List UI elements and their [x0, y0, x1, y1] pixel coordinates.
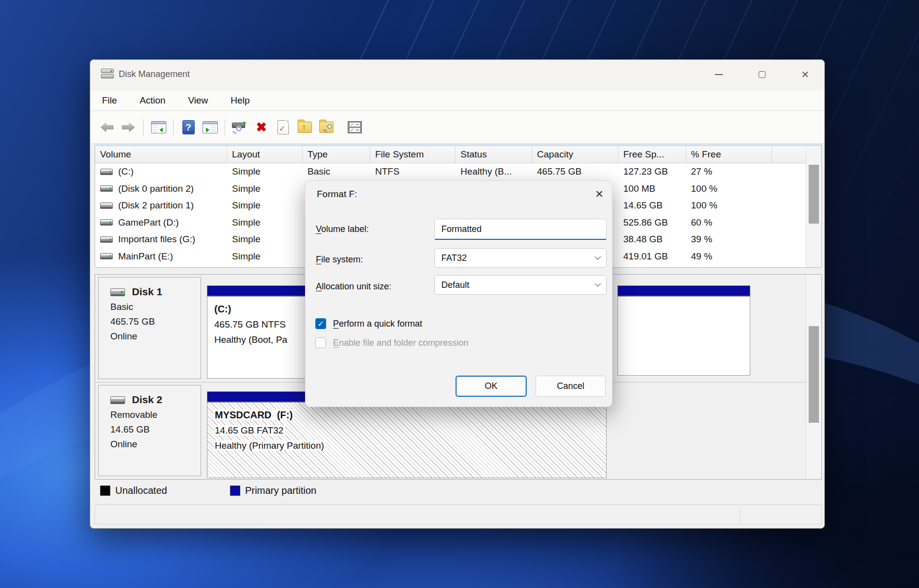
forward-icon[interactable]	[120, 118, 137, 137]
format-dialog: Format F: ✕ Volume label: Formatted File…	[305, 180, 613, 407]
disk-icon	[100, 169, 113, 175]
column-header[interactable]: Volume	[95, 146, 227, 163]
volume-name: MainPart (E:)	[118, 251, 173, 262]
table-cell: Simple	[227, 234, 303, 245]
scrollbar-thumb[interactable]	[809, 165, 819, 224]
disk-name: Disk 1	[132, 286, 162, 297]
table-cell: Simple	[227, 166, 303, 177]
minimize-button[interactable]	[709, 66, 729, 83]
table-cell: NTFS	[370, 166, 456, 177]
chevron-down-icon	[595, 281, 601, 287]
partition-mysdcard[interactable]: MYSDCARD (F:) 14.65 GB FAT32 Healthy (Pr…	[207, 402, 607, 478]
menu-bar: File Action View Help	[90, 90, 824, 111]
compression-checkbox[interactable]	[315, 337, 326, 348]
ok-button[interactable]: OK	[456, 376, 527, 397]
menu-file[interactable]: File	[99, 94, 120, 107]
desktop-wallpaper: Disk Management ✕ File Action View Help …	[0, 0, 919, 588]
scrollbar-thumb[interactable]	[809, 326, 819, 423]
quick-format-checkbox[interactable]: ✓	[315, 318, 326, 329]
partition-extra[interactable]	[617, 296, 750, 376]
unallocated-swatch	[100, 486, 110, 496]
disk-status: Online	[110, 437, 201, 452]
table-cell: 14.65 GB	[618, 200, 686, 211]
column-header[interactable]: Layout	[227, 146, 303, 163]
disk-pane-scrollbar[interactable]	[806, 275, 821, 479]
allocation-unit-select[interactable]: Default	[434, 275, 607, 295]
volume-label-label: Volume label:	[316, 224, 369, 234]
disk1-label-panel[interactable]: Disk 1 Basic 465.75 GB Online	[98, 277, 201, 379]
file-system-label: File system:	[316, 255, 363, 265]
title-bar: Disk Management ✕	[90, 60, 824, 90]
volume-list-scrollbar[interactable]	[806, 148, 821, 267]
table-cell: 100 %	[686, 183, 772, 194]
compression-label: Enable file and folder compression	[333, 338, 468, 348]
disk-size: 14.65 GB	[110, 422, 201, 437]
disk-icon	[110, 288, 125, 296]
column-header[interactable]: Type	[303, 146, 370, 163]
toolbar-separator	[173, 119, 174, 136]
table-cell: 60 %	[686, 217, 772, 228]
legend-label: Primary partition	[245, 485, 317, 496]
folder-up-icon[interactable]: ↑	[296, 118, 313, 137]
volume-label-input[interactable]: Formatted	[434, 219, 607, 240]
back-icon[interactable]	[98, 118, 116, 137]
volume-header: VolumeLayoutTypeFile SystemStatusCapacit…	[95, 146, 821, 163]
disk-icon	[100, 253, 113, 259]
table-cell: Simple	[227, 217, 303, 228]
legend: Unallocated Primary partition	[95, 480, 822, 502]
menu-help[interactable]: Help	[228, 94, 253, 107]
volume-name: (Disk 2 partition 1)	[118, 200, 194, 211]
partition-header-bar	[617, 285, 750, 296]
help-icon[interactable]: ?	[179, 118, 197, 137]
column-header[interactable]: Free Sp...	[618, 146, 686, 163]
table-cell: 27 %	[686, 166, 772, 177]
close-button[interactable]: ✕	[795, 66, 816, 83]
disk-name: Disk 2	[132, 394, 162, 405]
chevron-down-icon	[595, 254, 601, 260]
volume-name: (Disk 0 partition 2)	[118, 183, 194, 194]
table-cell: Simple	[227, 200, 303, 211]
table-cell: 38.48 GB	[618, 234, 686, 245]
table-cell: 465.75 GB	[532, 166, 618, 177]
maximize-button[interactable]	[752, 66, 772, 83]
table-cell: Basic	[303, 166, 370, 177]
disk-icon	[100, 236, 113, 243]
window-title: Disk Management	[119, 69, 190, 79]
column-header[interactable]: File System	[370, 146, 456, 163]
column-header[interactable]: Status	[456, 146, 532, 163]
toolbar-separator	[143, 119, 144, 136]
properties-check-icon[interactable]: ✓	[274, 118, 292, 137]
partition-status: Healthy (Primary Partition)	[214, 440, 326, 451]
volume-name: Important files (G:)	[118, 234, 195, 245]
cancel-button[interactable]: Cancel	[536, 376, 606, 397]
column-header[interactable]: % Free	[686, 146, 772, 163]
column-header[interactable]: Capacity	[532, 146, 618, 163]
delete-icon[interactable]: ✖	[253, 118, 270, 137]
file-system-select[interactable]: FAT32	[434, 248, 607, 268]
status-bar	[95, 504, 822, 524]
table-cell: 100 MB	[618, 183, 686, 194]
disk-size: 465.75 GB	[110, 314, 201, 329]
rescan-disks-icon[interactable]	[231, 118, 249, 137]
disk-status: Online	[110, 329, 201, 344]
table-cell: Healthy (B...	[456, 166, 532, 177]
partition-size: 14.65 GB FAT32	[214, 425, 285, 435]
primary-partition-swatch	[230, 486, 240, 496]
table-cell: Simple	[227, 251, 303, 262]
table-row[interactable]: (C:)SimpleBasicNTFSHealthy (B...465.75 G…	[95, 163, 821, 180]
show-console-tree-icon[interactable]	[150, 118, 167, 137]
dialog-title: Format F:	[317, 189, 357, 200]
disk-icon	[110, 396, 125, 404]
table-cell: 49 %	[686, 251, 772, 262]
legend-label: Unallocated	[115, 485, 167, 496]
dialog-close-icon[interactable]: ✕	[591, 186, 608, 203]
checklist-icon[interactable]: ✓ ✓	[346, 118, 363, 137]
table-cell: 127.23 GB	[618, 166, 686, 177]
disk2-label-panel[interactable]: Disk 2 Removable 14.65 GB Online	[98, 385, 201, 476]
menu-action[interactable]: Action	[137, 94, 169, 107]
show-action-pane-icon[interactable]	[201, 118, 219, 137]
quick-format-label[interactable]: Perform a quick format	[333, 319, 422, 329]
folder-search-icon[interactable]	[317, 118, 335, 137]
menu-view[interactable]: View	[185, 94, 211, 107]
disk-icon	[100, 203, 113, 209]
